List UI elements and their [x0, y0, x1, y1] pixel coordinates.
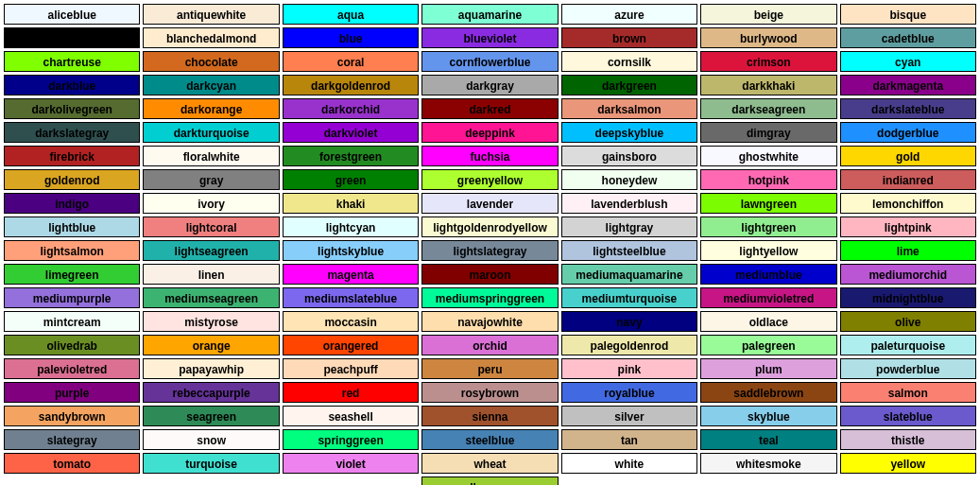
color-swatch-midnightblue: midnightblue — [840, 287, 976, 308]
color-swatch-gainsboro: gainsboro — [561, 146, 697, 166]
color-swatch-maroon: maroon — [421, 264, 558, 285]
color-swatch-peru: peru — [421, 358, 558, 379]
color-swatch-sienna: sienna — [421, 406, 558, 426]
color-swatch-papayawhip: papayawhip — [143, 358, 279, 379]
color-swatch-lightpink: lightpink — [840, 217, 976, 237]
color-swatch-royalblue: royalblue — [561, 382, 697, 403]
color-swatch-darkorchid: darkorchid — [283, 98, 419, 119]
color-swatch-lightskyblue: lightskyblue — [283, 240, 419, 261]
color-swatch-deepskyblue: deepskyblue — [561, 122, 697, 143]
color-swatch-darkturquoise: darkturquoise — [143, 122, 279, 143]
color-swatch-salmon: salmon — [840, 382, 976, 403]
color-swatch-moccasin: moccasin — [283, 311, 419, 332]
color-swatch-olivedrab: olivedrab — [4, 335, 140, 355]
color-swatch-plum: plum — [700, 358, 836, 379]
color-swatch-wheat: wheat — [421, 453, 558, 474]
color-swatch-indianred: indianred — [840, 169, 976, 190]
color-swatch-skyblue: skyblue — [700, 406, 836, 426]
color-swatch-forestgreen: forestgreen — [283, 146, 419, 166]
color-swatch-burlywood: burlywood — [700, 27, 836, 48]
color-swatch-seashell: seashell — [283, 406, 419, 426]
color-swatch-orchid: orchid — [421, 335, 558, 355]
color-swatch-azure: azure — [561, 4, 697, 25]
color-swatch-darkolivegreen: darkolivegreen — [4, 98, 140, 119]
color-swatch-darkgray: darkgray — [421, 75, 558, 95]
color-grid: aliceblueantiquewhiteaquaaquamarineazure… — [4, 4, 976, 485]
color-swatch-darkorange: darkorange — [143, 98, 279, 119]
color-swatch-black: black — [4, 27, 140, 48]
color-swatch-rebeccapurple: rebeccapurple — [143, 382, 279, 403]
color-swatch-mediumblue: mediumblue — [700, 264, 836, 285]
color-swatch-fuchsia: fuchsia — [421, 146, 558, 166]
color-swatch-cornflowerblue: cornflowerblue — [421, 51, 558, 72]
color-swatch-mediumpurple: mediumpurple — [4, 287, 140, 308]
color-swatch-chocolate: chocolate — [143, 51, 279, 72]
color-swatch-darkgreen: darkgreen — [561, 75, 697, 95]
color-swatch-mediumorchid: mediumorchid — [840, 264, 976, 285]
color-swatch-deeppink: deeppink — [421, 122, 558, 143]
color-swatch-greenyellow: greenyellow — [421, 169, 558, 190]
color-swatch-turquoise: turquoise — [143, 453, 279, 474]
color-swatch-lemonchiffon: lemonchiffon — [840, 193, 976, 214]
color-swatch-khaki: khaki — [283, 193, 419, 214]
color-swatch-bisque: bisque — [840, 4, 976, 25]
color-swatch-navajowhite: navajowhite — [421, 311, 558, 332]
color-swatch-dimgray: dimgray — [700, 122, 836, 143]
color-swatch-hotpink: hotpink — [700, 169, 836, 190]
color-swatch-lightcoral: lightcoral — [143, 217, 279, 237]
color-swatch-darksalmon: darksalmon — [561, 98, 697, 119]
color-swatch-lightgreen: lightgreen — [700, 217, 836, 237]
color-swatch-green: green — [283, 169, 419, 190]
color-swatch-antiquewhite: antiquewhite — [143, 4, 279, 25]
color-swatch-lightsteelblue: lightsteelblue — [561, 240, 697, 261]
color-swatch-coral: coral — [283, 51, 419, 72]
color-swatch-aqua: aqua — [283, 4, 419, 25]
color-swatch-blanchedalmond: blanchedalmond — [143, 27, 279, 48]
color-swatch-mediumseagreen: mediumseagreen — [143, 287, 279, 308]
color-swatch-peachpuff: peachpuff — [283, 358, 419, 379]
color-swatch-blueviolet: blueviolet — [421, 27, 558, 48]
color-swatch-linen: linen — [143, 264, 279, 285]
color-swatch-cyan: cyan — [840, 51, 976, 72]
color-swatch-lightgray: lightgray — [561, 217, 697, 237]
color-swatch-mediumturquoise: mediumturquoise — [561, 287, 697, 308]
color-swatch-silver: silver — [561, 406, 697, 426]
color-swatch-olive: olive — [840, 311, 976, 332]
color-swatch-darkslateblue: darkslateblue — [840, 98, 976, 119]
color-swatch-mediumaquamarine: mediumaquamarine — [561, 264, 697, 285]
color-swatch-gold: gold — [840, 146, 976, 166]
color-swatch-powderblue: powderblue — [840, 358, 976, 379]
color-swatch-seagreen: seagreen — [143, 406, 279, 426]
color-swatch-indigo: indigo — [4, 193, 140, 214]
color-swatch-darkkhaki: darkkhaki — [700, 75, 836, 95]
color-swatch-cadetblue: cadetblue — [840, 27, 976, 48]
color-swatch-sandybrown: sandybrown — [4, 406, 140, 426]
color-swatch-orangered: orangered — [283, 335, 419, 355]
color-swatch-purple: purple — [4, 382, 140, 403]
color-swatch-mistyrose: mistyrose — [143, 311, 279, 332]
color-swatch-thistle: thistle — [840, 429, 976, 450]
color-swatch-darkred: darkred — [421, 98, 558, 119]
color-swatch-tomato: tomato — [4, 453, 140, 474]
color-swatch-darkcyan: darkcyan — [143, 75, 279, 95]
color-swatch-pink: pink — [561, 358, 697, 379]
color-swatch-palevioletred: palevioletred — [4, 358, 140, 379]
color-swatch-palegreen: palegreen — [700, 335, 836, 355]
color-swatch-lawngreen: lawngreen — [700, 193, 836, 214]
color-swatch-darkblue: darkblue — [4, 75, 140, 95]
color-swatch-firebrick: firebrick — [4, 146, 140, 166]
color-swatch-magenta: magenta — [283, 264, 419, 285]
color-swatch-aquamarine: aquamarine — [421, 4, 558, 25]
color-swatch-limegreen: limegreen — [4, 264, 140, 285]
color-swatch-oldlace: oldlace — [700, 311, 836, 332]
color-swatch-crimson: crimson — [700, 51, 836, 72]
color-swatch-lavender: lavender — [421, 193, 558, 214]
color-swatch-cornsilk: cornsilk — [561, 51, 697, 72]
color-swatch-mediumvioletred: mediumvioletred — [700, 287, 836, 308]
color-swatch-mediumspringgreen: mediumspringgreen — [421, 287, 558, 308]
color-swatch-yellowgreen: yellowgreen — [421, 476, 558, 485]
color-swatch-orange: orange — [143, 335, 279, 355]
color-swatch-steelblue: steelblue — [421, 429, 558, 450]
color-swatch-rosybrown: rosybrown — [421, 382, 558, 403]
color-swatch-floralwhite: floralwhite — [143, 146, 279, 166]
